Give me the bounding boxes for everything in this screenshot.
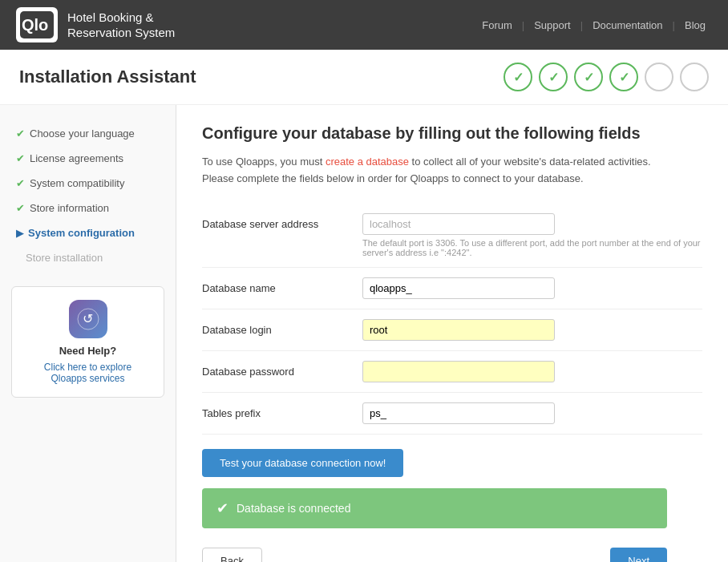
help-box: ↺ Need Help? Click here to explore Qloap…	[11, 286, 164, 398]
input-tables-prefix[interactable]	[362, 402, 555, 424]
hint-server: The default port is 3306. To use a diffe…	[362, 238, 702, 257]
arrow-icon-config: ▶	[16, 228, 23, 239]
logo-svg: Qlo	[18, 10, 55, 40]
sidebar-item-store-info: ✔ Store information	[0, 196, 176, 220]
input-server-address[interactable]	[362, 213, 555, 235]
header-nav: Forum | Support | Documentation | Blog	[475, 19, 712, 31]
sidebar-item-config[interactable]: ▶ System configuration	[0, 220, 176, 245]
sidebar-item-store-install: Store installation	[0, 245, 176, 270]
label-dbname: Database name	[202, 277, 362, 294]
logo-text: Hotel Booking & Reservation System	[67, 10, 175, 41]
sidebar-item-license: ✔ License agreements	[0, 146, 176, 171]
success-message: ✔ Database is connected	[202, 488, 667, 528]
next-button[interactable]: Next	[610, 548, 667, 562]
field-wrap-prefix	[362, 402, 702, 424]
content-area: ✔ Choose your language ✔ License agreeme…	[0, 105, 728, 562]
field-wrap-dbname	[362, 277, 702, 299]
header: Qlo Hotel Booking & Reservation System F…	[0, 0, 728, 50]
form-desc-text1b: to collect all of your website's data-re…	[409, 156, 651, 168]
nav-buttons: Back Next	[202, 548, 667, 562]
steps-indicator: ✓ ✓ ✓ ✓	[504, 63, 709, 91]
help-icon: ↺	[69, 300, 107, 338]
label-prefix: Tables prefix	[202, 402, 362, 419]
help-svg-icon: ↺	[77, 308, 99, 330]
back-button[interactable]: Back	[202, 548, 262, 562]
check-icon-license: ✔	[16, 152, 25, 164]
form-group-prefix: Tables prefix	[202, 393, 702, 435]
label-password: Database password	[202, 361, 362, 378]
page-title: Installation Assistant	[19, 67, 196, 87]
input-db-password[interactable]	[362, 361, 555, 382]
help-title: Need Help?	[25, 345, 151, 357]
label-server: Database server address	[202, 213, 362, 230]
success-check-icon: ✔	[216, 499, 229, 517]
nav-documentation-link[interactable]: Documentation	[586, 19, 669, 31]
form-title: Configure your database by filling out t…	[202, 124, 702, 143]
sidebar-item-language: ✔ Choose your language	[0, 121, 176, 146]
input-db-name[interactable]	[362, 277, 555, 299]
test-connection-button[interactable]: Test your database connection now!	[202, 449, 403, 477]
form-description: To use Qloapps, you must create a databa…	[202, 154, 702, 188]
step-2: ✓	[539, 63, 568, 91]
sidebar-item-compatibility: ✔ System compatibility	[0, 171, 176, 196]
form-area: Configure your database by filling out t…	[176, 105, 728, 562]
step-1: ✓	[504, 63, 532, 91]
form-group-dbname: Database name	[202, 268, 702, 309]
install-header: Installation Assistant ✓ ✓ ✓ ✓	[0, 50, 728, 105]
nav-blog-link[interactable]: Blog	[678, 19, 712, 31]
nav-forum-link[interactable]: Forum	[475, 19, 519, 31]
field-wrap-server: The default port is 3306. To use a diffe…	[362, 213, 702, 257]
form-group-password: Database password	[202, 351, 702, 393]
form-group-login: Database login	[202, 309, 702, 351]
step-5	[645, 63, 673, 91]
input-db-login[interactable]	[362, 319, 555, 341]
form-group-server: Database server address The default port…	[202, 204, 702, 268]
field-wrap-login	[362, 319, 702, 341]
form-desc-text1: To use Qloapps, you must	[202, 156, 326, 168]
svg-text:Qlo: Qlo	[22, 16, 48, 34]
step-3: ✓	[574, 63, 603, 91]
logo: Qlo Hotel Booking & Reservation System	[16, 7, 175, 42]
sidebar: ✔ Choose your language ✔ License agreeme…	[0, 105, 176, 562]
help-link[interactable]: Click here to explore Qloapps services	[25, 362, 151, 384]
nav-support-link[interactable]: Support	[528, 19, 577, 31]
check-icon-language: ✔	[16, 127, 25, 139]
field-wrap-password	[362, 361, 702, 382]
svg-text:↺: ↺	[83, 312, 93, 325]
logo-icon: Qlo	[16, 7, 58, 42]
create-database-link[interactable]: create a database	[326, 156, 409, 168]
step-6	[680, 63, 709, 91]
form-desc-text2: Please complete the fields below in orde…	[202, 172, 584, 184]
check-icon-compatibility: ✔	[16, 177, 25, 189]
step-4: ✓	[609, 63, 638, 91]
label-login: Database login	[202, 319, 362, 336]
check-icon-store-info: ✔	[16, 202, 25, 214]
